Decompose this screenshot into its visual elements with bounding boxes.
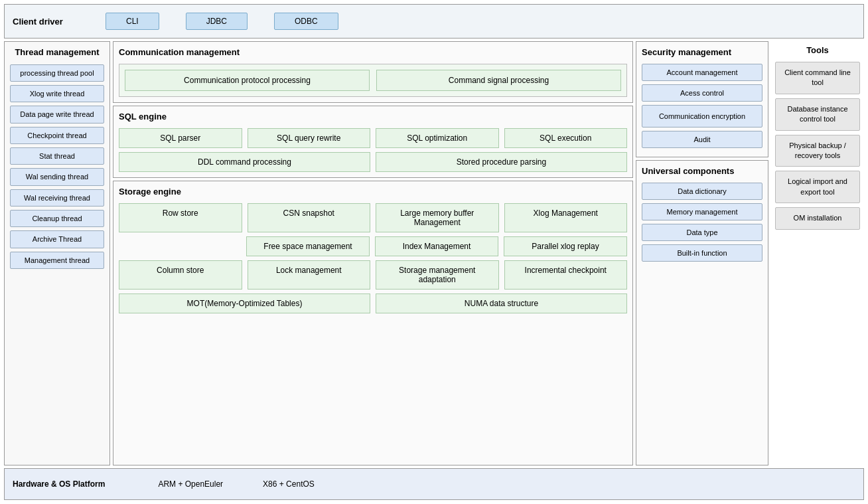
logical-import-export-tool[interactable]: Logical import and export tool xyxy=(775,171,860,203)
csn-snapshot: CSN snapshot xyxy=(248,203,371,232)
client-driver-label: Client driver xyxy=(13,17,66,27)
database-instance-tool[interactable]: Database instance control tool xyxy=(775,98,860,131)
physical-backup-tool[interactable]: Physical backup / recovery tools xyxy=(775,135,860,167)
om-installation-tool[interactable]: OM installation xyxy=(775,207,860,229)
hardware-arm: ARM + OpenEuler xyxy=(158,479,223,489)
main-wrapper: Client driver CLI JDBC ODBC Thread manag… xyxy=(0,0,868,504)
hardware-row: Hardware & OS Platform ARM + OpenEuler X… xyxy=(4,468,864,500)
row-store: Row store xyxy=(119,203,242,232)
sql-engine-panel: SQL engine SQL parser SQL query rewrite … xyxy=(113,106,633,178)
communication-panel: Communication management Communication p… xyxy=(113,41,633,103)
client-driver-row: Client driver CLI JDBC ODBC xyxy=(4,4,864,39)
free-space-management: Free space management xyxy=(246,236,370,256)
storage-row-1: Row store CSN snapshot Large memory buff… xyxy=(119,203,627,232)
sql-rows: SQL parser SQL query rewrite SQL optimiz… xyxy=(119,128,627,172)
data-dictionary[interactable]: Data dictionary xyxy=(642,183,762,200)
xlog-management: Xlog Management xyxy=(504,203,628,232)
storage-row-4: MOT(Memory-Optimized Tables) NUMA data s… xyxy=(119,294,627,313)
parallel-xlog-replay: Parallel xlog replay xyxy=(504,236,627,256)
thread-data-page-write[interactable]: Data page write thread xyxy=(10,106,104,123)
storage-row-3: Column store Lock management Storage man… xyxy=(119,260,627,290)
sql-row-1: SQL parser SQL query rewrite SQL optimiz… xyxy=(119,128,627,148)
security-title: Security management xyxy=(642,47,762,58)
memory-management[interactable]: Memory management xyxy=(642,203,762,220)
numa-data-structure: NUMA data structure xyxy=(376,294,627,313)
center-content: Communication management Communication p… xyxy=(113,41,633,465)
storage-row-2: Free space management Index Management P… xyxy=(119,236,627,256)
data-type[interactable]: Data type xyxy=(642,224,762,241)
thread-wal-receiving[interactable]: Wal receiving thread xyxy=(10,189,104,207)
thread-management[interactable]: Management thread xyxy=(10,252,104,269)
sql-row-2: DDL command processing Stored procedure … xyxy=(119,152,627,172)
odbc-button[interactable]: ODBC xyxy=(274,13,338,30)
storage-empty-1 xyxy=(119,236,241,256)
universal-components-panel: Universal components Data dictionary Mem… xyxy=(636,160,768,465)
thread-stat[interactable]: Stat thread xyxy=(10,147,104,165)
sql-query-rewrite: SQL query rewrite xyxy=(248,128,371,148)
hardware-x86: X86 + CentOS xyxy=(263,479,315,489)
security-panel: Security management Account management A… xyxy=(636,41,768,157)
column-store: Column store xyxy=(119,260,242,290)
right-panels: Security management Account management A… xyxy=(636,41,768,465)
thread-archive[interactable]: Archive Thread xyxy=(10,230,104,248)
thread-management-title: Thread management xyxy=(10,47,104,58)
thread-cleanup[interactable]: Cleanup thread xyxy=(10,210,104,227)
driver-buttons: CLI JDBC ODBC xyxy=(79,13,855,30)
storage-grid: Row store CSN snapshot Large memory buff… xyxy=(119,203,627,313)
comm-protocol: Communication protocol processing xyxy=(125,70,370,91)
stored-procedure: Stored procedure parsing xyxy=(376,152,627,172)
access-control[interactable]: Acess control xyxy=(642,84,762,102)
thread-checkpoint[interactable]: Checkpoint thread xyxy=(10,127,104,144)
thread-wal-sending[interactable]: Wal sending thread xyxy=(10,168,104,185)
tools-panel: Tools Client command line tool Database … xyxy=(771,41,864,465)
sql-parser: SQL parser xyxy=(119,128,242,148)
jdbc-button[interactable]: JDBC xyxy=(186,13,248,30)
built-in-function[interactable]: Built-in function xyxy=(642,244,762,262)
universal-components-title: Universal components xyxy=(642,166,762,177)
tools-title: Tools xyxy=(775,45,860,55)
large-memory-buffer: Large memory buffer Management xyxy=(376,203,499,232)
sql-engine-title: SQL engine xyxy=(119,112,627,123)
storage-engine-title: Storage engine xyxy=(119,187,627,198)
account-management[interactable]: Account management xyxy=(642,64,762,81)
communication-inner: Communication protocol processing Comman… xyxy=(119,64,627,97)
communication-title: Communication management xyxy=(119,47,627,58)
hardware-items: ARM + OpenEuler X86 + CentOS xyxy=(118,479,855,489)
audit[interactable]: Audit xyxy=(642,131,762,148)
comm-signal: Command signal processing xyxy=(376,70,621,91)
sql-execution: SQL execution xyxy=(504,128,628,148)
ddl-command: DDL command processing xyxy=(119,152,370,172)
thread-management-panel: Thread management processing thread pool… xyxy=(4,41,110,465)
sql-optimization: SQL optimization xyxy=(376,128,499,148)
client-command-tool[interactable]: Client command line tool xyxy=(775,62,860,94)
storage-management-adaptation: Storage management adaptation xyxy=(376,260,499,290)
thread-processing-pool[interactable]: processing thread pool xyxy=(10,64,104,82)
middle-row: Thread management processing thread pool… xyxy=(4,41,864,465)
storage-engine-panel: Storage engine Row store CSN snapshot La… xyxy=(113,181,633,465)
communication-encryption[interactable]: Communication encryption xyxy=(642,105,762,127)
thread-xlog-write[interactable]: Xlog write thread xyxy=(10,85,104,102)
cli-button[interactable]: CLI xyxy=(106,13,159,30)
index-management: Index Management xyxy=(375,236,498,256)
lock-management: Lock management xyxy=(248,260,371,290)
hardware-label: Hardware & OS Platform xyxy=(13,479,105,490)
incremental-checkpoint: Incremental checkpoint xyxy=(504,260,628,290)
mot-tables: MOT(Memory-Optimized Tables) xyxy=(119,294,370,313)
